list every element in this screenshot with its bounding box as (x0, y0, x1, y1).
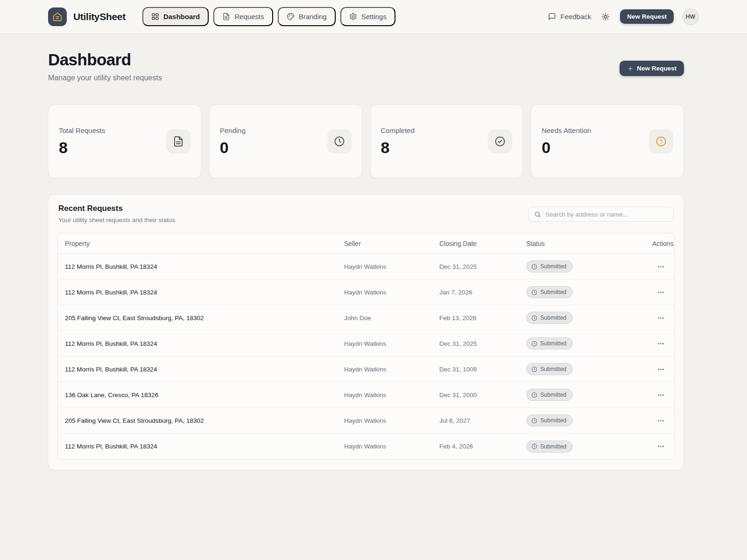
clock-icon (531, 315, 537, 321)
row-actions-button[interactable] (654, 338, 667, 349)
clock-icon (531, 366, 537, 372)
message-square-icon (548, 13, 556, 21)
nav-item-branding[interactable]: Branding (278, 7, 336, 26)
row-actions-button[interactable] (654, 312, 667, 323)
clock-icon (531, 341, 537, 347)
nav-item-label: Settings (361, 13, 387, 21)
sun-icon (601, 13, 610, 21)
row-seller: Haydn Watkins (344, 366, 439, 373)
table-row: 136 Oak Lane, Cresco, PA 18326 Haydn Wat… (58, 382, 674, 408)
main-nav: Dashboard Requests Branding Settings (142, 7, 395, 26)
column-header-closing-date: Closing Date (439, 240, 526, 247)
row-actions-button[interactable] (654, 287, 667, 298)
brand-name: UtilitySheet (73, 11, 126, 22)
row-seller: Haydn Watkins (344, 289, 439, 296)
row-closing-date: Feb 13, 2026 (439, 315, 526, 322)
status-badge: Submitted (526, 286, 573, 298)
layout-grid-icon (151, 13, 159, 21)
stat-value: 0 (542, 139, 591, 157)
clock-icon (531, 392, 537, 398)
row-actions-button[interactable] (654, 261, 667, 272)
user-avatar[interactable]: HW (682, 8, 699, 25)
stat-value: 8 (381, 139, 415, 157)
recent-requests-header: Recent Requests Your utility sheet reque… (57, 204, 675, 224)
nav-item-settings[interactable]: Settings (340, 7, 395, 26)
row-actions-button[interactable] (654, 441, 667, 452)
table-header-row: Property Seller Closing Date Status Acti… (58, 233, 674, 254)
row-closing-date: Jan 7, 2026 (439, 289, 526, 296)
ellipsis-icon (657, 391, 665, 399)
clock-icon (531, 289, 537, 295)
stat-card: Total Requests 8 (48, 105, 201, 178)
ellipsis-icon (657, 288, 665, 296)
feedback-label: Feedback (560, 13, 591, 21)
app-logo[interactable] (48, 7, 67, 26)
row-closing-date: Dec 31, 2000 (439, 392, 526, 399)
ellipsis-icon (657, 340, 665, 348)
feedback-button[interactable]: Feedback (548, 13, 591, 21)
row-property: 112 Morris Pl, Bushkill, PA 18324 (65, 340, 344, 347)
theme-toggle-button[interactable] (599, 11, 612, 23)
ellipsis-icon (657, 314, 665, 322)
clock-icon (334, 136, 345, 147)
gear-icon (349, 13, 357, 21)
row-property: 136 Oak Lane, Cresco, PA 18326 (65, 392, 344, 399)
nav-item-label: Branding (299, 13, 327, 21)
page-subtitle: Manage your utility sheet requests (48, 74, 162, 82)
file-text-icon (222, 13, 230, 21)
status-badge: Submitted (526, 363, 573, 375)
column-header-actions: Actions (652, 240, 675, 247)
status-badge: Submitted (526, 260, 573, 273)
table-row: 112 Morris Pl, Bushkill, PA 18324 Haydn … (58, 357, 674, 382)
ellipsis-icon (657, 263, 665, 271)
table-row: 205 Falling View Ct, East Stroudsburg, P… (58, 408, 674, 434)
search-input[interactable] (545, 211, 668, 218)
nav-new-request-button[interactable]: New Request (620, 9, 674, 24)
clock-icon (531, 264, 537, 270)
row-actions-button[interactable] (654, 415, 667, 426)
search-box (528, 207, 674, 222)
row-property: 205 Falling View Ct, East Stroudsburg, P… (65, 315, 344, 322)
status-label: Submitted (540, 315, 566, 321)
table-row: 112 Morris Pl, Bushkill, PA 18324 Haydn … (58, 434, 674, 459)
row-actions-button[interactable] (654, 389, 667, 400)
status-label: Submitted (540, 392, 566, 398)
recent-requests-title: Recent Requests (58, 204, 175, 213)
ellipsis-icon (657, 365, 665, 373)
alert-circle-icon (655, 136, 667, 147)
nav-item-requests[interactable]: Requests (213, 7, 273, 26)
status-badge: Submitted (526, 312, 573, 324)
clock-icon (531, 443, 537, 449)
row-closing-date: Dec 31, 2025 (439, 263, 526, 270)
status-badge: Submitted (526, 337, 573, 350)
new-request-button[interactable]: New Request (620, 61, 684, 76)
column-header-seller: Seller (344, 240, 439, 247)
row-seller: John Doe (344, 315, 439, 322)
check-circle-icon (494, 136, 506, 147)
status-label: Submitted (540, 289, 566, 295)
nav-item-dashboard[interactable]: Dashboard (142, 7, 209, 26)
stat-card: Completed 8 (370, 105, 523, 178)
stat-label: Total Requests (59, 126, 105, 134)
ellipsis-icon (657, 442, 665, 450)
requests-table: Property Seller Closing Date Status Acti… (57, 233, 675, 460)
row-closing-date: Dec 31, 2025 (439, 340, 526, 347)
table-row: 112 Morris Pl, Bushkill, PA 18324 Haydn … (58, 254, 674, 280)
nav-item-label: Dashboard (163, 13, 200, 21)
status-label: Submitted (540, 417, 566, 424)
status-label: Submitted (540, 263, 566, 270)
table-row: 205 Falling View Ct, East Stroudsburg, P… (58, 305, 674, 331)
top-nav: UtilitySheet Dashboard Requests Branding… (0, 0, 747, 34)
row-actions-button[interactable] (654, 364, 667, 375)
search-icon (534, 211, 541, 218)
house-icon (52, 12, 63, 22)
row-property: 112 Morris Pl, Bushkill, PA 18324 (65, 289, 344, 296)
table-row: 112 Morris Pl, Bushkill, PA 18324 Haydn … (58, 331, 674, 357)
status-badge: Submitted (526, 389, 573, 401)
recent-requests-card: Recent Requests Your utility sheet reque… (48, 194, 684, 470)
row-seller: Haydn Watkins (344, 263, 439, 270)
nav-new-request-label: New Request (627, 13, 667, 20)
row-property: 112 Morris Pl, Bushkill, PA 18324 (65, 366, 344, 373)
stat-label: Needs Attention (542, 126, 591, 134)
column-header-property: Property (65, 240, 344, 247)
